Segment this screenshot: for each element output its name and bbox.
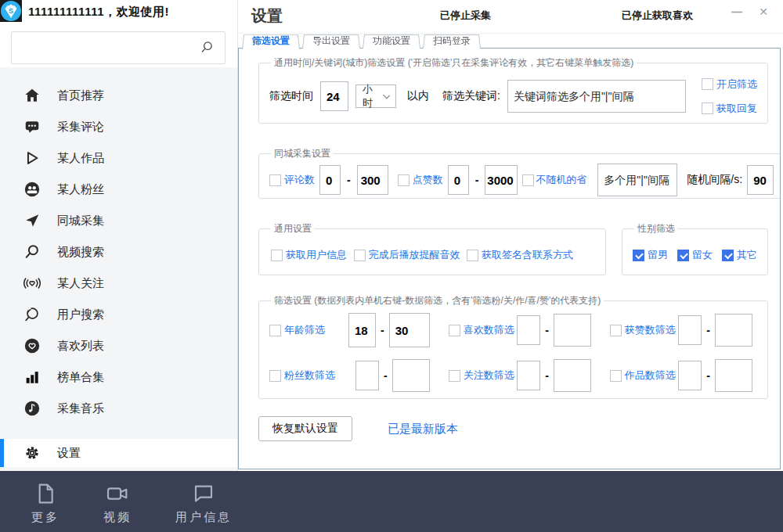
app-logo: S [0,0,22,22]
file-icon [33,481,58,506]
sidebar-item-likes-list[interactable]: 喜欢列表 [0,330,237,361]
sidebar-item-label: 设置 [57,446,81,461]
sidebar-item-user-fans[interactable]: 某人粉丝 [0,174,237,205]
sidebar-item-user-follows[interactable]: 某人关注 [0,268,237,299]
group-gender-filter: 性别筛选 留男 留女 其它 [622,222,768,275]
fans-count-filter-checkbox[interactable]: 粉丝数筛选 [269,368,335,383]
sidebar-item-label: 同城采集 [57,214,104,228]
checkbox-icon [354,250,366,261]
keyword-filter-input[interactable] [507,80,686,113]
group-legend: 同城采集设置 [271,147,334,160]
search-input[interactable] [21,41,198,54]
toolbar-item-label: 视频 [103,510,132,525]
user-info-button[interactable]: 用户信息 [175,481,232,525]
checkbox-icon [269,174,281,186]
checkbox-label: 关注数筛选 [464,368,514,383]
follow-max-input[interactable] [554,359,591,392]
chevron-down-icon [382,92,389,99]
sidebar-item-label: 采集音乐 [57,401,104,416]
sidebar-item-collect-music[interactable]: 采集音乐 [0,393,237,424]
search-icon[interactable] [198,39,215,56]
group-legend: 性别筛选 [634,222,678,235]
sidebar-item-label: 首页推荐 [57,88,104,103]
works-count-filter-checkbox[interactable]: 作品数筛选 [610,368,676,383]
sidebar-item-user-search[interactable]: 用户搜索 [0,299,237,330]
keyword-filter-label: 筛选关键词: [442,89,500,103]
tab-function-settings[interactable]: 功能设置 [363,34,420,49]
awarded-max-input[interactable] [715,314,752,347]
fans-max-input[interactable] [392,359,430,392]
like-max-input[interactable] [485,165,518,195]
checkbox-icon [610,325,622,336]
fans-min-input[interactable] [355,361,379,390]
restore-defaults-button[interactable]: 恢复默认设置 [258,416,352,441]
enable-filter-checkbox[interactable]: 开启筛选 [702,77,757,92]
signature-contact-checkbox[interactable]: 获取签名含联系方式 [467,248,573,262]
province-list-input[interactable] [597,164,677,196]
video-button[interactable]: 视频 [103,481,132,525]
minimize-icon[interactable]: — [728,5,745,18]
sidebar-item-video-search[interactable]: 视频搜索 [0,236,237,268]
filter-time-input[interactable] [320,81,348,111]
works-max-input[interactable] [715,359,752,392]
comment-max-input[interactable] [357,165,388,195]
search-box [11,31,226,64]
group-legend: 通用时间/关键词(城市)筛选设置 ('开启筛选'只在采集评论有效，其它右键菜单触… [271,56,637,70]
latest-version-link[interactable]: 已是最新版本 [388,422,458,437]
keep-female-checkbox[interactable]: 留女 [677,248,713,262]
like-count-checkbox[interactable]: 点赞数 [398,173,443,187]
play-sound-checkbox[interactable]: 完成后播放提醒音效 [354,248,460,262]
follow-count-filter-checkbox[interactable]: 关注数筛选 [449,368,514,383]
sidebar-item-home-feed[interactable]: 首页推荐 [0,80,237,111]
message-bubble-icon [191,481,216,506]
tab-export-settings[interactable]: 导出设置 [302,34,360,49]
tab-qr-login[interactable]: 扫码登录 [423,34,481,49]
within-label: 以内 [407,89,429,103]
follow-min-input[interactable] [517,361,540,390]
likes-count-filter-checkbox[interactable]: 喜欢数筛选 [449,323,514,337]
get-replies-checkbox[interactable]: 获取回复 [702,102,757,116]
like-min-input[interactable] [448,165,469,195]
checkbox-label: 评论数 [284,173,315,187]
heart-circle-icon [23,337,41,354]
app-window: S 111111111111，欢迎使用! 首页推荐 [0,0,783,471]
likes-filter-cell: 喜欢数筛选 - [449,314,596,347]
age-min-input[interactable] [348,313,376,347]
general-gender-row: 通用设置 获取用户信息 完成后播放提醒音效 获取签名含联系方式 [258,222,768,275]
more-button[interactable]: 更多 [31,481,60,525]
sidebar-item-city-collect[interactable]: 同城采集 [0,205,237,236]
sidebar-item-settings[interactable]: 设置 [0,439,237,467]
likes-min-input[interactable] [517,315,540,345]
checkbox-label: 不随机的省 [536,173,586,187]
follow-filter-cell: 关注数筛选 - [449,359,596,392]
tab-filter-settings[interactable]: 筛选设置 [242,34,300,49]
random-interval-input[interactable] [747,165,774,195]
time-unit-value: 小时 [363,82,378,110]
checkbox-label: 完成后播放提醒音效 [369,248,460,262]
works-min-input[interactable] [678,361,702,390]
likes-max-input[interactable] [554,314,591,347]
comment-count-checkbox[interactable]: 评论数 [269,173,315,187]
comment-icon [23,118,41,135]
welcome-text: 111111111111，欢迎使用! [28,5,169,20]
group-time-keyword-filter: 通用时间/关键词(城市)筛选设置 ('开启筛选'只在采集评论有效，其它右键菜单触… [258,56,768,124]
awarded-min-input[interactable] [678,315,702,345]
video-camera-icon [105,481,130,506]
comment-min-input[interactable] [319,165,341,195]
toolbar-item-label: 更多 [31,510,60,525]
age-max-input[interactable] [389,313,430,347]
time-unit-select[interactable]: 小时 [355,84,396,108]
users-icon [23,181,41,198]
checkbox-icon [269,325,281,336]
sidebar-item-label: 用户搜索 [57,307,104,322]
close-icon[interactable]: ✕ [755,5,772,18]
sidebar-item-user-works[interactable]: 某人作品 [0,142,237,174]
keep-other-checkbox[interactable]: 其它 [722,248,757,262]
sidebar-item-ranking-collection[interactable]: 榜单合集 [0,361,237,393]
keep-male-checkbox[interactable]: 留男 [633,248,668,262]
age-filter-checkbox[interactable]: 年龄筛选 [269,323,325,337]
get-user-info-checkbox[interactable]: 获取用户信息 [271,248,347,262]
sidebar-item-collect-comments[interactable]: 采集评论 [0,111,237,142]
awarded-count-filter-checkbox[interactable]: 获赞数筛选 [610,323,676,337]
fixed-province-checkbox[interactable]: 不随机的省 [522,173,586,187]
